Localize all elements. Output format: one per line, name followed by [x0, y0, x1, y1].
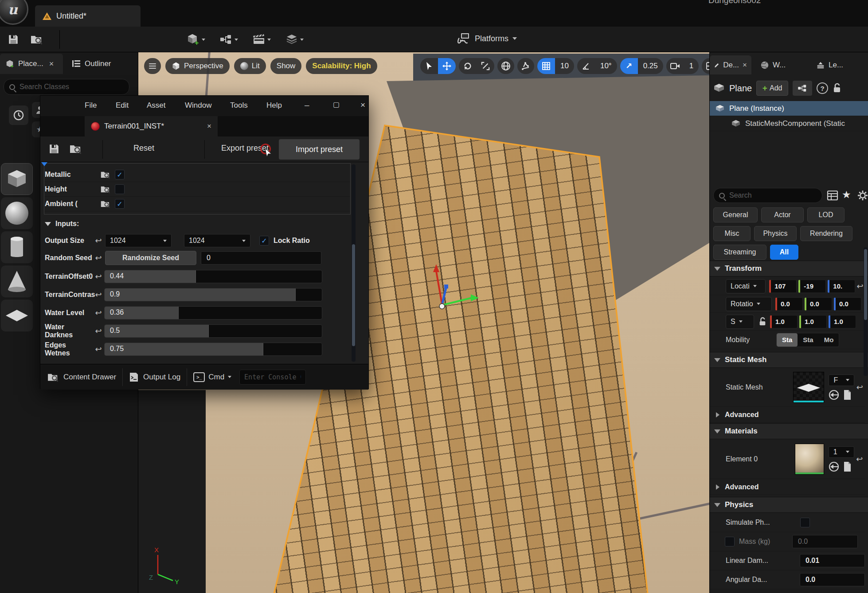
tab-outliner[interactable]: Outliner [66, 54, 137, 74]
terraincontrast-slider[interactable]: 0.9 [104, 288, 322, 301]
filter-physics[interactable]: Physics [754, 226, 797, 241]
linear-damping-field[interactable]: 0.01 [800, 554, 865, 567]
material-thumbnail[interactable] [795, 444, 824, 475]
unlock-icon[interactable] [759, 317, 766, 327]
mass-field[interactable]: 0.0 [792, 535, 858, 548]
level-tab-untitled[interactable]: Untitled* [35, 5, 141, 27]
close-icon[interactable]: × [49, 59, 54, 69]
add-actor-button[interactable]: + [186, 33, 205, 46]
details-scrollbar[interactable] [864, 247, 868, 376]
location-y-field[interactable]: -19 [798, 280, 826, 293]
scale-tool-button[interactable] [477, 58, 494, 74]
platforms-dropdown[interactable]: Platforms [457, 33, 517, 44]
angular-damping-field[interactable]: 0.0 [800, 573, 865, 586]
close-icon[interactable]: × [743, 61, 747, 70]
filter-streaming[interactable]: Streaming [713, 245, 766, 260]
window-header[interactable]: File Edit Asset Window Tools Help – ▢ × [40, 96, 368, 116]
metallic-checkbox[interactable]: ✓ [115, 170, 125, 179]
inputs-header[interactable]: Inputs: [45, 220, 79, 228]
filter-all[interactable]: All [770, 245, 798, 260]
section-static-mesh[interactable]: Static Mesh [710, 352, 868, 368]
static-mesh-advanced[interactable]: Advanced [710, 407, 865, 423]
mobility-movable[interactable]: Mo [819, 333, 839, 347]
output-log-button[interactable]: Output Log [129, 372, 180, 382]
asset-tab[interactable]: Terrain001_INST* × [85, 116, 218, 137]
rotation-z-field[interactable]: 0.0 [834, 297, 861, 311]
show-dropdown[interactable]: Show [270, 58, 302, 74]
filter-general[interactable]: General [713, 207, 758, 222]
move-tool-button[interactable] [438, 58, 456, 74]
rotation-snap-toggle[interactable] [577, 58, 595, 74]
menu-help[interactable]: Help [266, 101, 282, 110]
use-selected-icon[interactable] [829, 390, 839, 400]
shape-sphere[interactable] [1, 197, 33, 229]
tree-row-plane-instance[interactable]: Plane (Instance) [710, 101, 868, 116]
simulate-physics-checkbox[interactable] [800, 518, 810, 527]
close-button[interactable]: × [360, 100, 365, 110]
reset-icon[interactable]: ↩ [854, 454, 865, 464]
details-settings-gear-icon[interactable] [857, 190, 868, 201]
tab-levels[interactable]: Le... [812, 55, 856, 74]
close-icon[interactable]: × [207, 122, 211, 131]
unlock-icon[interactable] [833, 83, 841, 94]
use-selected-icon[interactable] [829, 461, 839, 472]
maximize-button[interactable]: ▢ [333, 100, 340, 109]
reset-icon[interactable]: ↩ [93, 344, 104, 354]
edit-blueprint-button[interactable] [793, 81, 812, 96]
shape-plane[interactable] [1, 300, 33, 332]
save-icon[interactable] [48, 143, 60, 155]
params-scrollbar[interactable] [352, 164, 356, 362]
filter-lod[interactable]: LOD [807, 207, 845, 222]
select-tool-button[interactable] [420, 58, 438, 74]
lock-ratio-checkbox[interactable]: ✓ [259, 236, 269, 246]
scale-dropdown[interactable]: S [726, 315, 754, 329]
reset-icon[interactable]: ↩ [93, 236, 104, 246]
viewport-layout-button[interactable] [702, 58, 709, 74]
cmd-dropdown[interactable]: >_ Cmd [193, 372, 231, 382]
reset-button[interactable]: Reset [133, 144, 154, 153]
mobility-static[interactable]: Sta [777, 333, 798, 347]
import-preset-button[interactable]: Import preset [279, 139, 360, 160]
reset-icon[interactable]: ↩ [93, 290, 104, 300]
rotation-dropdown[interactable]: Rotatio [726, 297, 772, 311]
save-button[interactable] [4, 31, 23, 48]
static-mesh-asset-dropdown[interactable]: F [829, 375, 854, 386]
camera-speed-button[interactable] [666, 58, 684, 74]
section-materials[interactable]: Materials [710, 423, 868, 439]
scalability-pill[interactable]: Scalability: High [306, 58, 377, 74]
tab-details[interactable]: De... × [710, 55, 751, 74]
material-asset-dropdown[interactable]: 1 [829, 446, 854, 458]
edgeswetness-slider[interactable]: 0.75 [104, 343, 322, 356]
mass-override-checkbox[interactable] [725, 537, 735, 546]
favorites-star-icon[interactable]: ★ [842, 189, 851, 201]
grid-snap-toggle[interactable] [537, 58, 555, 74]
console-command-input[interactable] [239, 370, 306, 385]
content-drawer-button[interactable]: Content Drawer [47, 372, 116, 382]
shape-cylinder[interactable] [1, 231, 33, 263]
tab-place-actors[interactable]: + Place... × [0, 54, 63, 74]
randomize-seed-button[interactable]: Randomize Seed [105, 251, 196, 265]
recently-placed-button[interactable] [9, 105, 28, 125]
location-dropdown[interactable]: Locati [726, 279, 766, 293]
surface-snap-button[interactable] [517, 58, 534, 74]
static-mesh-thumbnail[interactable] [793, 372, 824, 403]
height-checkbox[interactable] [115, 184, 125, 194]
menu-edit[interactable]: Edit [116, 101, 129, 110]
mobility-stationary[interactable]: Sta [798, 333, 818, 347]
seed-field[interactable]: 0 [201, 251, 321, 265]
reset-icon[interactable]: ↩ [854, 382, 865, 392]
browse-asset-icon[interactable] [101, 170, 110, 179]
terrainoffset-slider[interactable]: 0.44 [104, 270, 322, 283]
location-z-field[interactable]: 10. [828, 280, 855, 293]
cinematics-button[interactable] [253, 34, 271, 45]
blueprints-button[interactable] [220, 34, 238, 45]
minimize-button[interactable]: – [305, 100, 309, 110]
reset-icon[interactable]: ↩ [93, 308, 104, 318]
add-component-button[interactable]: + Add [756, 81, 788, 96]
scale-snap-value[interactable]: 0.25 [638, 58, 663, 74]
filter-rendering[interactable]: Rendering [800, 226, 852, 241]
reset-icon[interactable]: ↩ [93, 272, 104, 281]
scale-snap-toggle[interactable]: ↗ [620, 58, 638, 74]
filter-actor[interactable]: Actor [761, 207, 804, 222]
details-search-box[interactable] [713, 188, 822, 203]
